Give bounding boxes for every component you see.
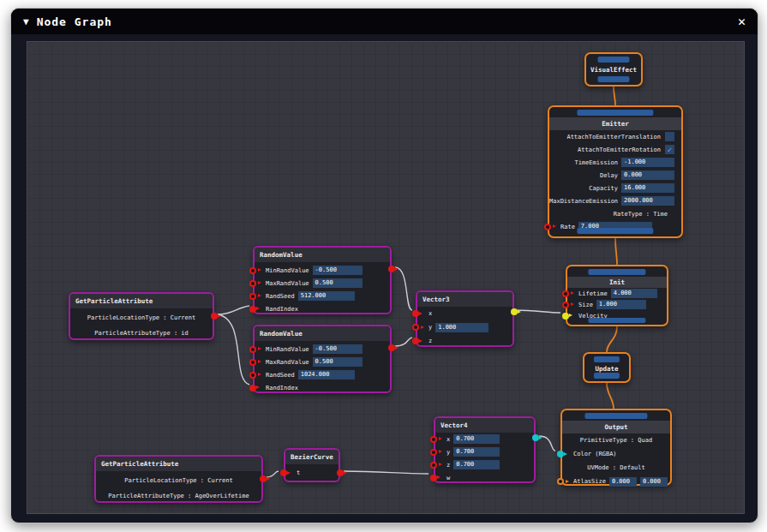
port-x-input[interactable] xyxy=(430,436,437,443)
y-field[interactable]: 1.000 xyxy=(435,323,488,332)
wire-init-update[interactable] xyxy=(607,326,617,352)
wire-visualeffect-emitter[interactable] xyxy=(614,87,615,105)
property-label: MinRandValue xyxy=(266,267,309,274)
wire-update-output[interactable] xyxy=(607,383,614,409)
port-size-input[interactable] xyxy=(562,302,569,308)
port-t-input[interactable] xyxy=(280,469,287,476)
location-type-label: ParticleLocationType : Current xyxy=(87,314,195,321)
port-random-output[interactable] xyxy=(388,344,395,351)
node-visualeffect[interactable]: VisualEffect xyxy=(584,52,643,87)
property-label: y xyxy=(428,324,432,331)
collapse-triangle-icon[interactable]: ▼ xyxy=(23,16,29,27)
property-label: Lifetime xyxy=(578,290,608,297)
port-attribute-output[interactable] xyxy=(260,475,267,482)
flow-port-top[interactable] xyxy=(597,57,629,63)
flow-port-top[interactable] xyxy=(584,413,647,419)
port-y-input[interactable] xyxy=(430,449,437,456)
min-rand-field[interactable]: -0.500 xyxy=(313,266,363,275)
wire-randomvalue1-vector3x[interactable] xyxy=(395,267,412,310)
port-z-input[interactable] xyxy=(412,338,419,344)
rand-seed-field[interactable]: 1024.000 xyxy=(298,370,355,380)
checkbox-attach-translation[interactable] xyxy=(665,132,674,141)
port-vector4-output[interactable] xyxy=(532,434,539,441)
flow-port-bottom[interactable] xyxy=(597,76,629,82)
node-update[interactable]: Update xyxy=(583,352,631,383)
node-vector3[interactable]: Vector3 x y 1.000 z xyxy=(416,290,514,347)
port-vector3-output[interactable] xyxy=(511,308,518,315)
min-rand-field[interactable]: -0.500 xyxy=(313,344,363,354)
property-row: ParticleAttributeType : AgeOverLifetime xyxy=(96,488,261,504)
flow-port-top[interactable] xyxy=(594,356,620,362)
node-output[interactable]: Output PrimitiveType : Quad Color (RGBA)… xyxy=(560,409,672,486)
port-max-rand-input[interactable] xyxy=(249,359,256,366)
close-icon[interactable]: ✕ xyxy=(738,15,746,28)
port-random-output[interactable] xyxy=(388,266,395,272)
node-title: GetParticleAttribute xyxy=(96,457,261,471)
property-row: UVMode : Default xyxy=(562,461,670,475)
flow-port-bottom[interactable] xyxy=(577,228,653,234)
port-rate-input[interactable] xyxy=(544,224,551,230)
max-distance-field[interactable]: 2000.000 xyxy=(621,196,674,206)
property-row: MaxRandValue 0.500 xyxy=(255,277,390,290)
port-color-input[interactable] xyxy=(557,451,564,457)
node-getparticleattribute-id[interactable]: GetParticleAttribute ParticleLocationTyp… xyxy=(69,292,214,340)
wire-beziercurve-vector4w[interactable] xyxy=(344,471,428,474)
flow-port-top[interactable] xyxy=(577,110,653,116)
port-y-input[interactable] xyxy=(412,324,419,331)
port-rand-seed-input[interactable] xyxy=(249,293,256,300)
wire-gpa-randomvalue2[interactable] xyxy=(218,314,249,385)
size-field[interactable]: 1.000 xyxy=(596,300,646,309)
port-z-input[interactable] xyxy=(430,462,437,469)
wire-gpa-randomvalue1[interactable] xyxy=(218,306,249,314)
node-graph-canvas[interactable]: VisualEffect Emitter AttachToEmitterTran… xyxy=(27,41,745,514)
node-emitter[interactable]: Emitter AttachToEmitterTranslation Attac… xyxy=(548,105,683,238)
wire-randomvalue2-vector3z[interactable] xyxy=(395,338,412,346)
node-beziercurve[interactable]: BezierCurve t xyxy=(284,448,340,482)
atlas-size-y-field[interactable]: 0.000 xyxy=(640,477,668,487)
port-rand-seed-input[interactable] xyxy=(249,372,256,379)
z-field[interactable]: 0.700 xyxy=(453,460,500,469)
flow-port-bottom[interactable] xyxy=(588,318,645,323)
title-bar[interactable]: ▼ Node Graph ✕ xyxy=(11,9,758,34)
time-emission-field[interactable]: -1.000 xyxy=(621,158,674,167)
port-min-rand-input[interactable] xyxy=(249,346,256,353)
property-label: t xyxy=(297,469,300,476)
lifetime-field[interactable]: 4.000 xyxy=(611,289,657,298)
property-label: RandSeed xyxy=(266,293,295,300)
node-randomvalue-1[interactable]: RandomValue MinRandValue -0.500 MaxRandV… xyxy=(253,246,392,314)
x-field[interactable]: 0.700 xyxy=(453,434,500,444)
wire-vector3-init-velocity[interactable] xyxy=(514,310,560,313)
y-field[interactable]: 0.700 xyxy=(453,447,500,457)
rand-seed-field[interactable]: 512.000 xyxy=(298,291,355,301)
capacity-field[interactable]: 16.000 xyxy=(621,183,674,193)
property-label: MaxRandValue xyxy=(266,280,309,287)
node-getparticleattribute-age[interactable]: GetParticleAttribute ParticleLocationTyp… xyxy=(94,455,263,503)
property-row: ParticleAttributeType : id xyxy=(70,326,213,341)
port-rand-index-input[interactable] xyxy=(249,306,256,313)
property-row: AttachToEmitterRotation ✓ xyxy=(549,143,681,156)
node-randomvalue-2[interactable]: RandomValue MinRandValue -0.500 MaxRandV… xyxy=(253,325,392,393)
port-min-rand-input[interactable] xyxy=(249,267,256,274)
atlas-size-x-field[interactable]: 0.000 xyxy=(609,477,637,487)
port-rand-index-input[interactable] xyxy=(249,385,256,392)
flow-port-bottom[interactable] xyxy=(594,373,620,379)
checkbox-attach-rotation[interactable]: ✓ xyxy=(665,145,674,154)
max-rand-field[interactable]: 0.500 xyxy=(313,278,363,288)
node-init[interactable]: Init Lifetime 4.000 Size 1.000 Velocity xyxy=(566,265,668,326)
port-velocity-input[interactable] xyxy=(562,313,569,320)
port-curve-output[interactable] xyxy=(337,469,344,476)
wire-emitter-init[interactable] xyxy=(615,238,617,265)
port-attribute-output[interactable] xyxy=(211,313,218,320)
port-atlas-size-input[interactable] xyxy=(557,478,564,485)
port-w-input[interactable] xyxy=(430,475,437,481)
delay-field[interactable]: 0.000 xyxy=(621,170,674,180)
max-rand-field[interactable]: 0.500 xyxy=(313,357,363,367)
port-lifetime-input[interactable] xyxy=(562,290,569,297)
property-label: Capacity xyxy=(589,185,618,192)
flow-port-top[interactable] xyxy=(588,269,645,275)
node-vector4[interactable]: Vector4 x 0.700 y 0.700 z 0.700 w xyxy=(434,416,536,483)
port-max-rand-input[interactable] xyxy=(249,280,256,287)
property-label: x xyxy=(446,436,450,443)
property-label: AttachToEmitterRotation xyxy=(578,146,661,153)
port-x-input[interactable] xyxy=(412,310,419,317)
